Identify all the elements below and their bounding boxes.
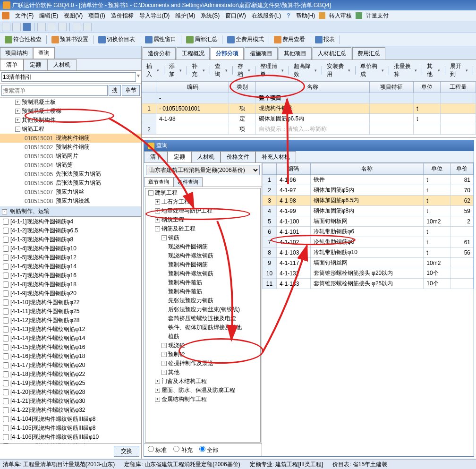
list-item[interactable]: [4-1-8]现浇构件圆钢筋φ18 <box>0 280 141 289</box>
item-checkbox[interactable] <box>3 434 9 440</box>
list-item[interactable]: [4-1-15]现浇构件螺纹钢筋φ16 <box>0 343 141 352</box>
menu-audit[interactable]: 转入审核 <box>327 11 354 21</box>
list-item[interactable]: [4-1-1]现浇构件圆钢筋φ4 <box>0 217 141 226</box>
item-checkbox[interactable] <box>3 389 9 395</box>
action-添加[interactable]: 添加 <box>166 61 185 79</box>
tree-toggle-icon[interactable]: - <box>162 235 167 240</box>
tb-切换价目表[interactable]: 切换价目表 <box>95 34 138 44</box>
chapter-node[interactable]: 铁件、砌体加固筋焊接及其他 <box>145 323 260 332</box>
tree-node[interactable]: 010515003钢筋网片 <box>0 152 141 161</box>
chapter-node[interactable]: -钢筋及砼工程 <box>145 224 260 233</box>
item-checkbox[interactable] <box>3 281 9 288</box>
tb-费用查看[interactable]: 费用查看 <box>271 34 308 44</box>
tree-toggle-icon[interactable]: + <box>155 199 160 205</box>
item-checkbox[interactable] <box>3 290 9 297</box>
item-checkbox[interactable] <box>3 416 9 422</box>
tab-project-structure[interactable]: 项目结构 <box>0 47 33 59</box>
tree-toggle-icon[interactable]: + <box>15 109 20 114</box>
tree-node[interactable]: 010515004钢筋笼 <box>0 161 141 170</box>
action-单价构成[interactable]: 单价构成 <box>357 61 387 79</box>
action-安装费用[interactable]: 安装费用 <box>324 61 353 79</box>
chapter-node[interactable]: 预制构件箍筋 <box>145 287 260 296</box>
list-item[interactable]: [4-1-18]现浇构件螺纹钢筋φ22 <box>0 370 141 379</box>
list-item[interactable]: [4-1-7]现浇构件圆钢筋φ16 <box>0 271 141 280</box>
menu-project[interactable]: 项目(I) <box>86 11 107 21</box>
item-checkbox[interactable] <box>3 326 9 333</box>
tree-node[interactable]: 010515001现浇构件钢筋 <box>0 134 141 143</box>
list-item[interactable]: [4-1-106]现浇构件螺纹钢筋III级φ10 <box>0 433 141 442</box>
list-item[interactable]: [4-1-20]现浇构件螺纹钢筋φ28 <box>0 388 141 397</box>
chapter-node[interactable]: +土石方工程 <box>145 197 260 206</box>
list-item[interactable]: [4-1-14]现浇构件螺纹钢筋φ14 <box>0 334 141 343</box>
section-tab[interactable]: 人材机汇总 <box>313 47 351 60</box>
tb-属性窗口[interactable]: 属性窗口 <box>142 34 179 44</box>
menu-io[interactable]: 导入导出(D) <box>137 11 172 21</box>
chapter-query-tab[interactable]: 章节查询 <box>144 177 173 187</box>
tree-node[interactable]: +预制混凝土板 <box>0 98 141 107</box>
query-tab[interactable]: 人材机 <box>191 151 221 162</box>
item-checkbox[interactable] <box>3 219 9 225</box>
chapter-node[interactable]: 后张法预应力钢丝束(钢绞线) <box>145 305 260 314</box>
chapter-button[interactable]: 章节 <box>122 85 140 96</box>
tree-toggle-icon[interactable]: + <box>155 388 160 393</box>
tree-toggle-icon[interactable]: + <box>162 352 167 357</box>
cut-icon[interactable] <box>37 23 46 31</box>
chapter-node[interactable]: 预制构件箍筋 <box>145 278 260 287</box>
list-item[interactable]: [4-1-2]现浇构件圆钢筋φ6.5 <box>0 226 141 235</box>
menu-edit[interactable]: 编辑(E) <box>37 11 60 21</box>
action-插入[interactable]: 插入 <box>144 61 162 79</box>
action-补充[interactable]: 补充 <box>189 61 207 79</box>
swap-button[interactable]: 交换 <box>114 446 139 457</box>
tb-预算书设置[interactable]: 预算书设置 <box>49 34 91 44</box>
table-row[interactable]: 34-1-98砌体加固筋φ6.5内t62 <box>263 196 474 206</box>
tb-局部汇总[interactable]: 局部汇总 <box>183 34 220 44</box>
action-查询[interactable]: 查询 <box>212 61 230 79</box>
tree-node[interactable]: 010515008预应力钢绞线 <box>0 196 141 205</box>
list-item[interactable]: [4-1-19]现浇构件螺纹钢筋φ25 <box>0 379 141 388</box>
tree-toggle-icon[interactable]: - <box>15 127 20 132</box>
subtab-quota[interactable]: 定额 <box>24 59 47 70</box>
open-icon[interactable] <box>12 23 21 31</box>
table-row[interactable]: 1- 010515001001项现浇构件钢筋t <box>142 103 476 114</box>
search-button[interactable]: 搜 <box>109 85 121 96</box>
new-icon[interactable] <box>2 23 10 31</box>
tree-node[interactable]: 010515007预应力钢丝 <box>0 188 141 196</box>
table-row[interactable]: 54-1-100墙面钉钢板网10m22 <box>263 216 474 227</box>
list-item[interactable]: [4-1-3]现浇构件圆钢筋φ8 <box>0 235 141 244</box>
chapter-node[interactable]: 预制构件螺纹钢筋 <box>145 269 260 278</box>
item-checkbox[interactable] <box>3 273 9 279</box>
tree-toggle-icon[interactable]: + <box>162 370 167 375</box>
item-checkbox[interactable] <box>3 362 9 368</box>
item-checkbox[interactable] <box>3 380 9 386</box>
menu-pay[interactable]: 计量支付 <box>364 11 391 21</box>
section-tab[interactable]: 其他项目 <box>279 47 312 60</box>
chapter-tree[interactable]: -建筑工程+土石方工程+地基处理与防护工程+砌筑工程-钢筋及砼工程-钢筋现浇构件… <box>145 188 261 443</box>
query-tab[interactable]: 清单 <box>144 151 168 162</box>
chapter-node[interactable]: -钢筋 <box>145 233 260 242</box>
tb-符合性检查[interactable]: 符合性检查 <box>2 34 44 44</box>
menu-file[interactable]: 文件(F) <box>13 11 35 21</box>
item-checkbox[interactable] <box>3 308 9 315</box>
query-result-grid[interactable]: 编码名称单位单价14-1-96铁件t8124-1-97砌体加固筋φ5内t7034… <box>262 163 474 289</box>
copy-icon[interactable] <box>48 23 56 31</box>
tree-toggle-icon[interactable]: + <box>155 379 160 384</box>
menu-system[interactable]: 系统(S) <box>199 11 221 21</box>
action-其他[interactable]: 其他 <box>424 61 442 79</box>
query-tab[interactable]: 补充人材机 <box>255 151 296 162</box>
query-tab[interactable]: 价格文件 <box>221 151 255 162</box>
search-input[interactable] <box>1 85 108 96</box>
chapter-node[interactable]: -建筑工程 <box>145 188 260 197</box>
tree-toggle-icon[interactable]: + <box>15 100 20 105</box>
chapter-node[interactable]: 现浇构件螺纹钢筋 <box>145 251 260 260</box>
table-row[interactable]: 84-1-103冷轧带肋钢筋φ10t56 <box>263 247 474 258</box>
item-checkbox[interactable] <box>3 425 9 431</box>
list-item[interactable]: [4-1-4]现浇构件圆钢筋φ10 <box>0 244 141 253</box>
section-tab[interactable]: 措施项目 <box>245 47 278 60</box>
list-item[interactable]: [4-1-16]现浇构件螺纹钢筋φ18 <box>0 352 141 361</box>
table-row[interactable]: 4-1-98定砌体加固筋φ6.5内t <box>142 114 476 124</box>
item-checkbox[interactable] <box>3 228 9 234</box>
section-tab[interactable]: 分部分项 <box>211 47 244 60</box>
item-checkbox[interactable] <box>3 264 9 270</box>
item-checkbox[interactable] <box>3 335 9 341</box>
chapter-node[interactable]: 现浇构件圆钢筋 <box>145 242 260 251</box>
